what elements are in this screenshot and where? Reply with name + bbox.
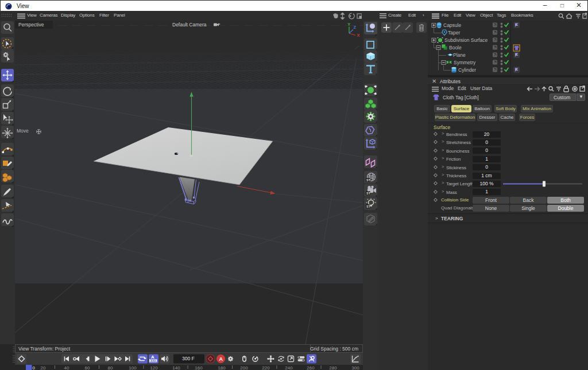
svg-text:Z: Z xyxy=(354,25,357,30)
svg-text:Perspective: Perspective xyxy=(18,22,44,28)
svg-text:A: A xyxy=(151,355,154,360)
svg-text:Taper: Taper xyxy=(448,30,460,36)
svg-text:180: 180 xyxy=(218,365,226,370)
svg-text:260: 260 xyxy=(307,365,315,370)
svg-text:160: 160 xyxy=(195,365,203,370)
svg-text:0: 0 xyxy=(33,365,36,370)
svg-text:220: 220 xyxy=(262,365,270,370)
svg-text:20: 20 xyxy=(41,365,46,370)
svg-text:ST: ST xyxy=(366,205,371,208)
svg-text:Capsule: Capsule xyxy=(443,22,461,28)
svg-text:120: 120 xyxy=(150,365,158,370)
svg-text:A: A xyxy=(219,356,223,362)
svg-text:Default Camera: Default Camera xyxy=(172,22,207,28)
svg-text:Boole: Boole xyxy=(449,45,462,50)
svg-text:Cylinder: Cylinder xyxy=(458,67,476,73)
svg-text:Subdivision Surface: Subdivision Surface xyxy=(444,37,488,43)
svg-text:60: 60 xyxy=(85,365,90,370)
svg-text:Symmetry: Symmetry xyxy=(454,60,476,65)
svg-text:80: 80 xyxy=(108,365,113,370)
svg-text:ST: ST xyxy=(366,178,371,182)
svg-text:100: 100 xyxy=(129,365,137,370)
svg-text:40: 40 xyxy=(64,365,69,370)
svg-text:300 F: 300 F xyxy=(182,356,195,361)
svg-text:280: 280 xyxy=(329,365,337,370)
svg-text:240: 240 xyxy=(285,365,293,370)
svg-text:Y: Y xyxy=(347,22,350,27)
svg-text:140: 140 xyxy=(172,365,180,370)
svg-text:Plane: Plane xyxy=(453,52,466,58)
svg-text:300: 300 xyxy=(351,365,359,370)
svg-text:Move: Move xyxy=(17,128,29,134)
svg-text:X: X xyxy=(357,33,360,38)
svg-text:200: 200 xyxy=(240,365,248,370)
svg-text:ST: ST xyxy=(366,192,371,195)
